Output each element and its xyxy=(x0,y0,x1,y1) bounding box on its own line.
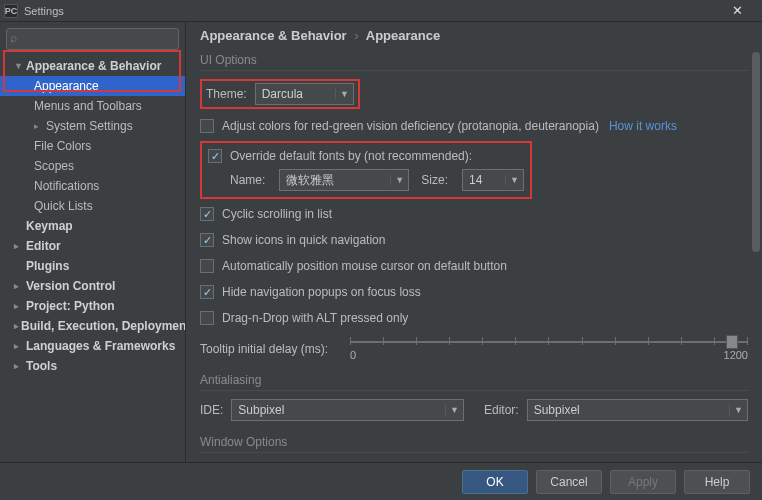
chevron-down-icon: ▼ xyxy=(335,89,349,99)
label-adjust-colors: Adjust colors for red-green vision defic… xyxy=(222,119,599,133)
label-auto-cursor: Automatically position mouse cursor on d… xyxy=(222,259,507,273)
row-auto-cursor: Automatically position mouse cursor on d… xyxy=(200,255,748,277)
tree-item-label: Keymap xyxy=(26,219,73,233)
tree-item-version-control[interactable]: ▸Version Control xyxy=(0,276,185,296)
checkbox-adjust-colors[interactable] xyxy=(200,119,214,133)
font-name-label: Name: xyxy=(230,173,265,187)
theme-combo[interactable]: Darcula ▼ xyxy=(255,83,354,105)
section-ui-options: UI Options xyxy=(200,53,748,71)
breadcrumb: Appearance & Behavior › Appearance xyxy=(200,28,748,43)
aa-editor-combo[interactable]: Subpixel ▼ xyxy=(527,399,748,421)
chevron-down-icon: ▼ xyxy=(390,175,404,185)
row-show-icons: Show icons in quick navigation xyxy=(200,229,748,251)
tree-item-appearance-behavior[interactable]: ▼Appearance & Behavior xyxy=(0,56,185,76)
chevron-down-icon: ▼ xyxy=(505,175,519,185)
checkbox-override-fonts[interactable] xyxy=(208,149,222,163)
label-hide-nav: Hide navigation popups on focus loss xyxy=(222,285,421,299)
slider-min: 0 xyxy=(350,349,356,361)
chevron-right-icon: ▸ xyxy=(14,341,24,351)
chevron-right-icon: ▸ xyxy=(14,241,24,251)
dialog-footer: OK Cancel Apply Help xyxy=(0,462,762,500)
tree-item-notifications[interactable]: Notifications xyxy=(0,176,185,196)
fonts-block: Override default fonts by (not recommend… xyxy=(200,141,532,199)
chevron-right-icon: ▸ xyxy=(34,121,44,131)
tree-item-label: Appearance xyxy=(34,79,99,93)
link-how-it-works[interactable]: How it works xyxy=(609,119,677,133)
tree-item-label: Appearance & Behavior xyxy=(26,59,161,73)
tree-item-editor[interactable]: ▸Editor xyxy=(0,236,185,256)
row-cyclic-scrolling: Cyclic scrolling in list xyxy=(200,203,748,225)
font-name-combo[interactable]: 微软雅黑 ▼ xyxy=(279,169,409,191)
tree-item-appearance[interactable]: Appearance xyxy=(0,76,185,96)
tree-item-label: Plugins xyxy=(26,259,69,273)
tree-item-label: Scopes xyxy=(34,159,74,173)
tree-item-scopes[interactable]: Scopes xyxy=(0,156,185,176)
tree-item-plugins[interactable]: Plugins xyxy=(0,256,185,276)
checkbox-dnd-alt[interactable] xyxy=(200,311,214,325)
tree-item-system-settings[interactable]: ▸System Settings xyxy=(0,116,185,136)
aa-ide-label: IDE: xyxy=(200,403,223,417)
slider-max: 1200 xyxy=(724,349,748,361)
tree-item-keymap[interactable]: Keymap xyxy=(0,216,185,236)
tree-item-tools[interactable]: ▸Tools xyxy=(0,356,185,376)
row-dnd-alt: Drag-n-Drop with ALT pressed only xyxy=(200,307,748,329)
tree-item-label: Version Control xyxy=(26,279,115,293)
tree-item-label: Tools xyxy=(26,359,57,373)
tree-item-label: Menus and Toolbars xyxy=(34,99,142,113)
settings-tree: ▼Appearance & BehaviorAppearanceMenus an… xyxy=(0,56,185,462)
font-size-combo[interactable]: 14 ▼ xyxy=(462,169,524,191)
checkbox-auto-cursor[interactable] xyxy=(200,259,214,273)
chevron-right-icon xyxy=(14,261,24,271)
content-scrollbar[interactable] xyxy=(752,52,760,458)
font-size-value: 14 xyxy=(469,173,482,187)
tooltip-delay-slider[interactable]: 0 1200 xyxy=(350,335,748,363)
chevron-right-icon xyxy=(14,221,24,231)
checkbox-hide-nav[interactable] xyxy=(200,285,214,299)
apply-button[interactable]: Apply xyxy=(610,470,676,494)
tree-item-menus-and-toolbars[interactable]: Menus and Toolbars xyxy=(0,96,185,116)
tree-item-label: Languages & Frameworks xyxy=(26,339,175,353)
label-override-fonts: Override default fonts by (not recommend… xyxy=(230,149,472,163)
checkbox-cyclic-scrolling[interactable] xyxy=(200,207,214,221)
tree-item-label: Project: Python xyxy=(26,299,115,313)
section-window-options: Window Options xyxy=(200,435,748,453)
section-antialiasing: Antialiasing xyxy=(200,373,748,391)
tree-item-label: Notifications xyxy=(34,179,99,193)
app-icon: PC xyxy=(4,4,18,18)
slider-thumb[interactable] xyxy=(726,335,738,349)
theme-value: Darcula xyxy=(262,87,303,101)
checkbox-show-icons[interactable] xyxy=(200,233,214,247)
tree-item-label: File Colors xyxy=(34,139,91,153)
chevron-right-icon: ▸ xyxy=(14,301,24,311)
font-size-label: Size: xyxy=(421,173,448,187)
label-cyclic-scrolling: Cyclic scrolling in list xyxy=(222,207,332,221)
chevron-right-icon: ▸ xyxy=(14,281,24,291)
chevron-right-icon: ▸ xyxy=(14,321,19,331)
help-button[interactable]: Help xyxy=(684,470,750,494)
chevron-down-icon: ▼ xyxy=(729,405,743,415)
close-button[interactable]: ✕ xyxy=(716,2,758,20)
breadcrumb-sep: › xyxy=(354,28,358,43)
chevron-down-icon: ▼ xyxy=(445,405,459,415)
tooltip-delay-row: Tooltip initial delay (ms): 0 1200 xyxy=(200,335,748,363)
tree-item-quick-lists[interactable]: Quick Lists xyxy=(0,196,185,216)
sidebar: ⌕ ▼Appearance & BehaviorAppearanceMenus … xyxy=(0,22,186,462)
tree-item-label: System Settings xyxy=(46,119,133,133)
tree-item-languages-frameworks[interactable]: ▸Languages & Frameworks xyxy=(0,336,185,356)
breadcrumb-a: Appearance & Behavior xyxy=(200,28,347,43)
content-panel: Appearance & Behavior › Appearance UI Op… xyxy=(186,22,762,462)
label-dnd-alt: Drag-n-Drop with ALT pressed only xyxy=(222,311,408,325)
tree-item-label: Editor xyxy=(26,239,61,253)
aa-ide-combo[interactable]: Subpixel ▼ xyxy=(231,399,464,421)
theme-row: Theme: Darcula ▼ xyxy=(200,79,360,109)
tree-item-build-execution-deployment[interactable]: ▸Build, Execution, Deployment xyxy=(0,316,185,336)
breadcrumb-b: Appearance xyxy=(366,28,440,43)
search-input[interactable] xyxy=(6,28,179,50)
ok-button[interactable]: OK xyxy=(462,470,528,494)
cancel-button[interactable]: Cancel xyxy=(536,470,602,494)
tree-item-label: Quick Lists xyxy=(34,199,93,213)
theme-label: Theme: xyxy=(206,87,247,101)
aa-editor-value: Subpixel xyxy=(534,403,580,417)
tree-item-file-colors[interactable]: File Colors xyxy=(0,136,185,156)
tree-item-project-python[interactable]: ▸Project: Python xyxy=(0,296,185,316)
